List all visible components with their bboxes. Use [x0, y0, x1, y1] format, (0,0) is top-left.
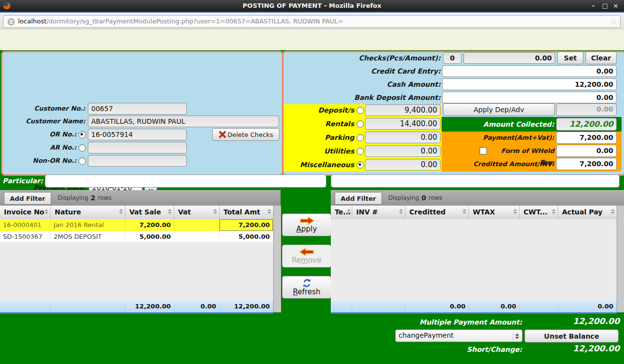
sort-icon [399, 209, 403, 214]
apply-dep-value-field: 0.00 [556, 103, 617, 116]
miscellaneous-label: Miscellaneous [288, 159, 354, 171]
short-change-value: 12,200.00 [517, 343, 620, 354]
col-cwt[interactable]: CWT... [520, 206, 558, 219]
credit-card-label: Credit Card Entry: [293, 65, 441, 77]
particular-left-input[interactable] [45, 174, 326, 188]
clear-checks-button[interactable]: Clear [585, 52, 617, 64]
table-row[interactable]: SD-1500367 2MOS DEPOSIT 5,000.00 5,000.0… [0, 231, 273, 242]
customer-no-field: 00657 [88, 103, 187, 115]
table-row-selected[interactable]: 16-0000401 Jan 2016 Rental 7,200.00 7,20… [0, 219, 273, 231]
bank-deposit-input[interactable]: 0.00 [442, 92, 617, 103]
remove-arrow-icon [299, 248, 315, 256]
url-host: localhost [18, 18, 46, 25]
ar-no-radio[interactable] [79, 144, 86, 152]
delete-x-icon [219, 131, 226, 138]
credit-card-input[interactable]: 0.00 [442, 65, 617, 77]
col-inv[interactable]: INV # [352, 206, 405, 219]
col-nature[interactable]: Nature [51, 206, 125, 219]
apply-button[interactable]: Apply [282, 213, 331, 236]
amount-collected-field: 12,200.00 [556, 118, 617, 131]
sort-icon [267, 209, 271, 214]
col-creditted[interactable]: Creditted [405, 206, 469, 219]
invoice-displaying-text: Displaying2rows [58, 190, 112, 206]
short-change-label: Short/Change: [293, 344, 522, 355]
col-vat[interactable]: Vat [174, 206, 220, 219]
wheld-tax-input[interactable]: 0.00 [556, 145, 617, 157]
invoice-grid-scrollbar[interactable] [273, 206, 281, 312]
creditted-amount-input[interactable]: 7,200.00 [556, 158, 617, 170]
window-title: POSTING OF PAYMENT - Mozilla Firefox [0, 0, 624, 12]
col-invoice-no[interactable]: Invoice No [0, 206, 51, 219]
deposits-label: Deposit/s [288, 104, 354, 116]
col-te[interactable]: Te... [331, 206, 352, 219]
ar-no-label: AR No.: [6, 142, 77, 153]
refresh-icon [302, 279, 311, 287]
unset-balance-button[interactable]: Unset Balance [524, 329, 619, 343]
bookmark-star-icon[interactable]: ☆ [610, 16, 617, 27]
applied-grid-scrollbar[interactable] [617, 206, 624, 312]
col-wtax[interactable]: WTAX [469, 206, 520, 219]
maximize-button[interactable]: □ [600, 0, 610, 12]
rentals-label: Rentals [288, 118, 354, 130]
window-titlebar: POSTING OF PAYMENT - Mozilla Firefox – □… [0, 0, 624, 12]
sort-icon [611, 209, 615, 214]
minimize-button[interactable]: – [588, 0, 599, 12]
url-path: /dormitory/sg_tbarPaymentModulePosting.p… [46, 18, 343, 25]
invoice-grid-header: Invoice No Nature Vat Sale Vat Total Amt [0, 206, 273, 220]
invoice-add-filter-button[interactable]: Add Filter [4, 192, 51, 205]
miscellaneous-radio[interactable] [357, 161, 364, 169]
or-no-radio[interactable] [79, 131, 86, 138]
customer-name-field: ABASTILLAS, RUDWIN PAUL [88, 115, 279, 127]
delete-checks-button[interactable]: Delete Checks [212, 128, 280, 141]
applied-grid-body [331, 219, 617, 301]
applied-displaying-text: Displaying0rows [388, 190, 443, 206]
sort-icon [213, 209, 217, 214]
miscellaneous-amount-field: 0.00 [365, 159, 441, 171]
customer-panel: Customer No.: 00657 Customer Name: ABAST… [1, 51, 283, 176]
wheld-tax-checkbox[interactable] [480, 147, 487, 154]
apply-arrow-icon [299, 217, 315, 225]
remove-button[interactable]: Remove [282, 245, 331, 268]
non-or-no-radio[interactable] [79, 157, 86, 165]
sort-icon [119, 209, 123, 214]
particular-label: Particular: [0, 174, 43, 188]
utilities-radio[interactable] [357, 148, 364, 155]
col-actual-pay[interactable]: Actual Pay [558, 206, 617, 219]
amount-collected-label: Amount Collected: [442, 117, 554, 132]
change-payment-select[interactable]: changePayment [395, 329, 523, 342]
window-close-button[interactable]: × [610, 0, 621, 12]
sort-icon [44, 209, 48, 214]
applied-grid-header: Te... INV # Creditted WTAX CWT... Actual… [331, 206, 617, 220]
sort-icon [463, 209, 466, 214]
sort-icon [347, 209, 351, 214]
utilities-label: Utilities [288, 145, 354, 157]
select-spinner-icon [513, 332, 521, 340]
col-total-amt[interactable]: Total Amt [220, 206, 273, 219]
or-no-label: OR No.: [6, 129, 77, 140]
refresh-button[interactable]: Refresh [282, 276, 331, 299]
bank-deposit-label: Bank Deposit Amount: [293, 92, 441, 103]
checks-label: Checks(Pcs/Amount): [293, 52, 441, 64]
parking-label: Parking [288, 132, 354, 143]
creditted-amount-label: Creditted Amount/INV: [442, 158, 554, 170]
browser-urlbar: localhost/dormitory/sg_tbarPaymentModule… [0, 12, 624, 29]
applied-grid-footer: 0.00 0.00 0.00 [331, 301, 617, 314]
non-or-no-label: Non-OR No.: [6, 155, 77, 167]
parking-radio[interactable] [357, 134, 364, 141]
col-vat-sale[interactable]: Vat Sale [125, 206, 174, 219]
sort-icon [552, 209, 556, 214]
globe-icon [7, 18, 15, 28]
invoice-grid-footer: 12,200.00 0.00 12,200.00 [0, 301, 273, 314]
deposits-radio[interactable] [357, 107, 364, 114]
cash-amount-input[interactable]: 12,200.00 [442, 78, 617, 90]
utilities-amount-field: 0.00 [365, 145, 441, 157]
payment-amt-vat-input[interactable]: 7,200.00 [556, 132, 617, 144]
set-checks-button[interactable]: Set [557, 52, 584, 64]
checks-pcs-field: 0 [443, 52, 462, 64]
url-input[interactable]: localhost/dormitory/sg_tbarPaymentModule… [3, 15, 621, 28]
applied-add-filter-button[interactable]: Add Filter [335, 192, 382, 205]
rentals-radio[interactable] [357, 120, 364, 128]
particular-right-input[interactable] [331, 174, 620, 188]
apply-dep-adv-button[interactable]: Apply Dep/Adv [443, 103, 555, 116]
sort-icon [513, 209, 517, 214]
